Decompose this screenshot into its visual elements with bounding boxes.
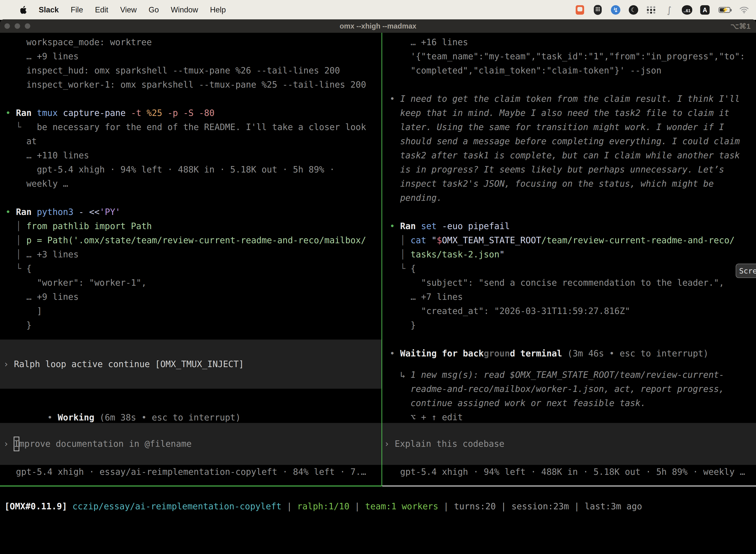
minimize-button[interactable]	[15, 23, 20, 29]
terminal-line: "created_at": "2026-03-31T11:59:27.816Z"	[382, 304, 756, 318]
terminal-line: [OMX#0.11.9] cczip/essay/ai-reimplementa…	[4, 499, 756, 513]
menu-item-help[interactable]: Help	[204, 0, 232, 19]
working-status-line: • Working (6m 38s • esc to interrupt)	[0, 396, 381, 410]
terminal-line: │ from pathlib import Path	[0, 219, 381, 233]
ralph-loop-panel: › Ralph loop active continue [OMX_TMUX_I…	[0, 340, 381, 389]
menu-item-go[interactable]: Go	[143, 0, 165, 19]
terminal-line: … +110 lines	[0, 149, 381, 163]
window-titlebar[interactable]: omx --xhigh --madmax ⌥⌘1	[0, 19, 756, 33]
terminal-line: "subject": "send a concise recommendatio…	[382, 276, 756, 290]
count-badge-icon[interactable]: ..61	[682, 4, 693, 15]
shield-icon[interactable]	[592, 4, 603, 15]
text-cursor: I	[14, 437, 19, 451]
chat-app-icon[interactable]	[574, 4, 585, 15]
tmux-pane-left[interactable]: › Ralph loop active continue [OMX_TMUX_I…	[0, 33, 381, 486]
hook-icon[interactable]: ∫	[664, 4, 675, 15]
menu-app-name[interactable]: Slack	[33, 0, 65, 19]
input-placeholder: mprove documentation in @filename	[19, 437, 191, 451]
terminal-line: weekly …	[0, 177, 381, 191]
terminal-line: … +9 lines	[0, 49, 381, 63]
terminal-line: later. Using the same for transition mig…	[382, 120, 756, 134]
terminal-line: "worker": "worker-1",	[0, 276, 381, 290]
menu-item-window[interactable]: Window	[165, 0, 204, 19]
terminal-line: '{"team_name":"my-team","task_id":"1","f…	[382, 49, 756, 63]
terminal-line: pending.	[382, 191, 756, 205]
terminal-line: gpt-5.4 xhigh · 94% left · 488K in · 5.1…	[382, 465, 756, 479]
moon-icon[interactable]: ☾	[628, 4, 639, 15]
terminal-line: • Waiting for background terminal (3m 46…	[382, 346, 756, 361]
terminal-line: keep that in mind. Maybe I also need the…	[382, 106, 756, 120]
pane-border-bottom-right	[382, 486, 756, 487]
terminal-line: │ … +3 lines	[0, 247, 381, 262]
menu-item-edit[interactable]: Edit	[89, 0, 114, 19]
terminal-line: is in progress? It seems likely but perh…	[382, 163, 756, 177]
apple-menu[interactable]	[14, 0, 33, 19]
terminal-line: • Ran python3 - <<'PY'	[0, 205, 381, 219]
terminal-line: … +9 lines	[0, 290, 381, 304]
terminal-line: • Ran tmux capture-pane -t %25 -p -S -80	[0, 106, 381, 120]
terminal-line: task2 after task1 is complete, but can I…	[382, 149, 756, 163]
terminal-content: › Ralph loop active continue [OMX_TMUX_I…	[0, 33, 756, 548]
terminal-line: should send a message before completing …	[382, 134, 756, 149]
close-button[interactable]	[4, 23, 10, 29]
terminal-line: └ be necessary for the end of the README…	[0, 120, 381, 134]
terminal-line: gpt-5.4 xhigh · 94% left · 488K in · 5.1…	[0, 163, 381, 177]
pane-border-bottom-left	[0, 486, 381, 487]
prompt-chevron-icon: ›	[3, 357, 14, 371]
working-detail: (6m 38s • esc to interrupt)	[94, 412, 241, 423]
terminal-window: omx --xhigh --madmax ⌥⌘1 › Ralph loop ac…	[0, 19, 756, 548]
terminal-line: └ {	[382, 262, 756, 276]
terminal-line: │ p = Path('.omx/state/team/review-curre…	[0, 233, 381, 247]
prompt-chevron-icon: ›	[3, 437, 14, 451]
terminal-line: └ {	[0, 262, 381, 276]
terminal-line: │ cat "$OMX_TEAM_STATE_ROOT/team/review-…	[382, 233, 756, 247]
bolt-icon[interactable]: ↯	[610, 4, 621, 15]
keyboard-layout-icon[interactable]: A	[699, 4, 710, 15]
window-shortcut-hint: ⌥⌘1	[731, 19, 751, 33]
battery-icon[interactable]	[717, 4, 732, 15]
omx-status-line: [OMX#0.11.9] cczip/essay/ai-reimplementa…	[4, 499, 756, 513]
input-placeholder: Explain this codebase	[395, 437, 504, 451]
terminal-line: • I need to get the claim token from the…	[382, 92, 756, 106]
terminal-line: ↳ 1 new msg(s): read $OMX_TEAM_STATE_ROO…	[382, 368, 756, 382]
terminal-line: inspect task2's JSON, focusing on the st…	[382, 177, 756, 191]
traffic-lights	[4, 19, 30, 33]
menu-bar: Slack File Edit View Go Window Help ↯ ☾ …	[0, 0, 756, 20]
ralph-loop-text: Ralph loop active continue [OMX_TMUX_INJ…	[14, 357, 244, 371]
terminal-line: … +7 lines	[382, 290, 756, 304]
menu-item-file[interactable]: File	[65, 0, 89, 19]
terminal-line: workspace_mode: worktree	[0, 35, 381, 49]
right-prompt-input[interactable]: › Explain this codebase	[382, 423, 756, 465]
pane-separator-vertical[interactable]	[381, 33, 382, 486]
menu-bar-status-icons: ↯ ☾ ∫ ..61 A	[574, 0, 756, 19]
screen-share-overlay-button[interactable]: Scre	[736, 264, 756, 278]
terminal-line: │ tasks/task-2.json"	[382, 247, 756, 262]
terminal-line: at	[0, 134, 381, 149]
terminal-line: ]	[0, 304, 381, 318]
terminal-line: }	[0, 318, 381, 332]
apple-icon	[20, 6, 27, 14]
terminal-line: }	[382, 318, 756, 332]
zoom-button[interactable]	[25, 23, 30, 29]
terminal-line: readme-and-reco/mailbox/worker-1.json, a…	[382, 382, 756, 396]
terminal-line: inspect_worker-1: omx sparkshell --tmux-…	[0, 78, 381, 92]
terminal-line: inspect_hud: omx sparkshell --tmux-pane …	[0, 63, 381, 78]
terminal-line: • Ran set -euo pipefail	[382, 219, 756, 233]
working-label: Working	[58, 412, 94, 423]
wifi-icon[interactable]	[739, 4, 750, 15]
grid-icon[interactable]	[646, 4, 657, 15]
left-prompt-input[interactable]: › Improve documentation in @filename	[0, 423, 381, 465]
terminal-line: ⌥ + ↑ edit	[382, 410, 756, 425]
menu-bar-left: Slack File Edit View Go Window Help	[0, 0, 232, 19]
terminal-line: continue assigned work or next feasible …	[382, 396, 756, 410]
terminal-line: … +16 lines	[382, 35, 756, 49]
tmux-pane-right[interactable]: › Explain this codebase … +16 lines '{"t…	[382, 33, 756, 486]
prompt-chevron-icon: ›	[384, 437, 395, 451]
window-title: omx --xhigh --madmax	[339, 22, 416, 30]
terminal-line: gpt-5.4 xhigh · essay/ai-reimplementatio…	[0, 465, 381, 479]
menu-item-view[interactable]: View	[114, 0, 143, 19]
terminal-line: "completed","claim_token":"claim-token"}…	[382, 63, 756, 78]
